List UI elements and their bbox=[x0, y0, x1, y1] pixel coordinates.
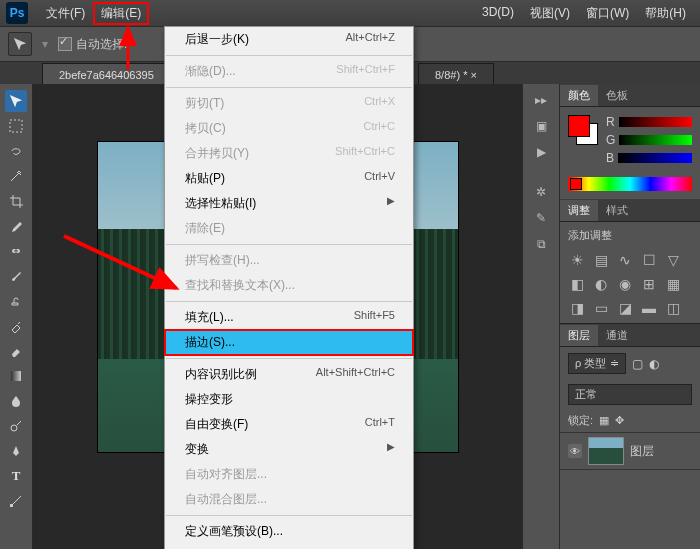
channel-mixer-icon[interactable]: ⊞ bbox=[640, 275, 658, 293]
lookup-icon[interactable]: ▦ bbox=[664, 275, 682, 293]
layer-thumbnail[interactable] bbox=[588, 437, 624, 465]
blend-mode-select[interactable]: 正常 bbox=[568, 384, 692, 405]
menu-item: 拼写检查(H)... bbox=[165, 248, 413, 273]
eraser-tool[interactable] bbox=[5, 340, 27, 362]
app-logo: Ps bbox=[6, 2, 28, 24]
menu-item[interactable]: 粘贴(P)Ctrl+V bbox=[165, 166, 413, 191]
toolbox: T bbox=[0, 84, 33, 549]
panel-tab-swatches[interactable]: 色板 bbox=[598, 85, 636, 106]
document-tab-2[interactable]: 8/8#) * × bbox=[418, 63, 494, 86]
hue-icon[interactable]: ◧ bbox=[568, 275, 586, 293]
menu-item: 查找和替换文本(X)... bbox=[165, 273, 413, 298]
menu-item[interactable]: 后退一步(K)Alt+Ctrl+Z bbox=[165, 27, 413, 52]
stamp-tool[interactable] bbox=[5, 290, 27, 312]
lock-position-icon[interactable]: ✥ bbox=[615, 414, 624, 427]
brightness-icon[interactable]: ☀ bbox=[568, 251, 586, 269]
strip-expand-icon[interactable]: ▸▸ bbox=[529, 90, 553, 110]
b-slider[interactable] bbox=[618, 153, 692, 163]
invert-icon[interactable]: ◨ bbox=[568, 299, 586, 317]
marquee-tool[interactable] bbox=[5, 115, 27, 137]
tool-preset-button[interactable] bbox=[8, 32, 32, 56]
dodge-tool[interactable] bbox=[5, 415, 27, 437]
wand-tool[interactable] bbox=[5, 165, 27, 187]
posterize-icon[interactable]: ▭ bbox=[592, 299, 610, 317]
menubar: Ps 文件(F) 编辑(E) 3D(D) 视图(V) 窗口(W) 帮助(H) bbox=[0, 0, 700, 27]
clone-panel-icon[interactable]: ⧉ bbox=[529, 234, 553, 254]
play-icon[interactable]: ▶ bbox=[529, 142, 553, 162]
layer-filter-kind[interactable]: ρ 类型≑ bbox=[568, 353, 626, 374]
menu-window[interactable]: 窗口(W) bbox=[578, 2, 637, 25]
visibility-icon[interactable]: 👁 bbox=[568, 444, 582, 458]
menu-item[interactable]: 选择性粘贴(I)▶ bbox=[165, 191, 413, 216]
gradient-map-icon[interactable]: ▬ bbox=[640, 299, 658, 317]
svg-rect-0 bbox=[10, 120, 22, 132]
photo-filter-icon[interactable]: ◉ bbox=[616, 275, 634, 293]
panel-tab-layers[interactable]: 图层 bbox=[560, 325, 598, 346]
menu-edit[interactable]: 编辑(E) bbox=[93, 2, 149, 25]
menu-item[interactable]: 填充(L)...Shift+F5 bbox=[165, 305, 413, 330]
lock-pixels-icon[interactable]: ▦ bbox=[599, 414, 609, 427]
r-slider[interactable] bbox=[619, 117, 692, 127]
panel-tab-styles[interactable]: 样式 bbox=[598, 200, 636, 221]
brush-panel-icon[interactable]: ✎ bbox=[529, 208, 553, 228]
heal-tool[interactable] bbox=[5, 240, 27, 262]
brush-tool[interactable] bbox=[5, 265, 27, 287]
auto-select-checkbox[interactable]: 自动选择: bbox=[58, 36, 127, 53]
history-icon[interactable]: ▣ bbox=[529, 116, 553, 136]
document-tab[interactable]: 2befe7a646406395 bbox=[42, 63, 171, 86]
levels-icon[interactable]: ▤ bbox=[592, 251, 610, 269]
close-icon[interactable]: × bbox=[470, 69, 476, 81]
menu-view[interactable]: 视图(V) bbox=[522, 2, 578, 25]
vibrance-icon[interactable]: ▽ bbox=[664, 251, 682, 269]
move-tool[interactable] bbox=[5, 90, 27, 112]
hue-strip[interactable] bbox=[568, 177, 692, 191]
menu-item[interactable]: 内容识别比例Alt+Shift+Ctrl+C bbox=[165, 362, 413, 387]
history-brush-tool[interactable] bbox=[5, 315, 27, 337]
right-panels: 颜色 色板 R G B 调整 样式 添加调整 bbox=[559, 84, 700, 549]
filter-pixel-icon[interactable]: ▢ bbox=[632, 357, 643, 371]
layer-name: 图层 bbox=[630, 443, 654, 460]
lasso-tool[interactable] bbox=[5, 140, 27, 162]
g-slider[interactable] bbox=[619, 135, 692, 145]
menu-item[interactable]: 自由变换(F)Ctrl+T bbox=[165, 412, 413, 437]
collapsed-panels: ▸▸ ▣ ▶ ✲ ✎ ⧉ bbox=[522, 84, 559, 549]
svg-rect-4 bbox=[10, 504, 13, 507]
move-icon bbox=[13, 37, 27, 51]
panel-tab-channels[interactable]: 通道 bbox=[598, 325, 636, 346]
type-tool[interactable]: T bbox=[5, 465, 27, 487]
eyedropper-tool[interactable] bbox=[5, 215, 27, 237]
g-label: G bbox=[606, 133, 615, 147]
filter-adjust-icon[interactable]: ◐ bbox=[649, 357, 659, 371]
menu-item[interactable]: 定义画笔预设(B)... bbox=[165, 519, 413, 544]
wheel-icon[interactable]: ✲ bbox=[529, 182, 553, 202]
menu-item[interactable]: 操控变形 bbox=[165, 387, 413, 412]
svg-rect-2 bbox=[11, 371, 21, 381]
blur-tool[interactable] bbox=[5, 390, 27, 412]
menu-item[interactable]: 定义图案... bbox=[165, 544, 413, 549]
path-tool[interactable] bbox=[5, 490, 27, 512]
color-panel: R G B bbox=[560, 107, 700, 177]
curves-icon[interactable]: ∿ bbox=[616, 251, 634, 269]
menu-item: 自动混合图层... bbox=[165, 487, 413, 512]
menu-item: 渐隐(D)...Shift+Ctrl+F bbox=[165, 59, 413, 84]
menu-item: 合并拷贝(Y)Shift+Ctrl+C bbox=[165, 141, 413, 166]
panel-tab-adjustments[interactable]: 调整 bbox=[560, 200, 598, 221]
fg-bg-swatch[interactable] bbox=[568, 115, 598, 145]
threshold-icon[interactable]: ◪ bbox=[616, 299, 634, 317]
menu-file[interactable]: 文件(F) bbox=[38, 2, 93, 25]
menu-item[interactable]: 变换▶ bbox=[165, 437, 413, 462]
svg-point-3 bbox=[11, 425, 17, 431]
r-label: R bbox=[606, 115, 615, 129]
crop-tool[interactable] bbox=[5, 190, 27, 212]
layer-row[interactable]: 👁 图层 bbox=[560, 432, 700, 470]
exposure-icon[interactable]: ☐ bbox=[640, 251, 658, 269]
selective-icon[interactable]: ◫ bbox=[664, 299, 682, 317]
panel-tab-color[interactable]: 颜色 bbox=[560, 85, 598, 106]
menu-item[interactable]: 描边(S)... bbox=[165, 330, 413, 355]
pen-tool[interactable] bbox=[5, 440, 27, 462]
gradient-tool[interactable] bbox=[5, 365, 27, 387]
chevron-down-icon: ≑ bbox=[610, 357, 619, 370]
menu-help[interactable]: 帮助(H) bbox=[637, 2, 694, 25]
bw-icon[interactable]: ◐ bbox=[592, 275, 610, 293]
menu-3d[interactable]: 3D(D) bbox=[474, 2, 522, 25]
